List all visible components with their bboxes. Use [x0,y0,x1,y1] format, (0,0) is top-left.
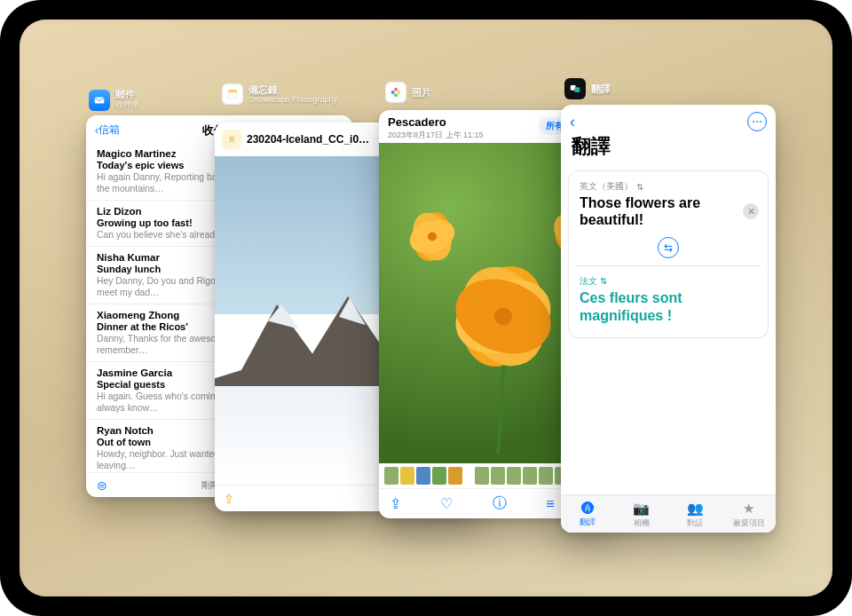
app-tab-subtitle: Snowscape Photography [248,95,337,104]
mail-back-label: 信箱 [99,122,120,138]
ipad-screen: 郵件 收件匣 ‹ 信箱 收件匣 Magico Martinez Today's … [20,20,832,596]
thumbnail[interactable] [384,467,398,485]
tab-label: 最愛項目 [733,518,765,529]
favorite-icon[interactable]: ♡ [440,495,453,512]
thumbnail[interactable] [539,467,553,485]
svg-point-18 [428,233,437,241]
info-icon[interactable]: ⓘ [493,494,507,513]
tab-label: 翻譯 [580,517,596,528]
share-icon[interactable]: ⇪ [224,492,234,506]
translate-icon: 🅐 [581,501,595,516]
svg-rect-0 [95,97,105,103]
adjust-icon[interactable]: ≡ [546,496,554,512]
app-switcher-tab-photos[interactable]: 照片 [385,82,431,103]
svg-point-8 [394,93,398,97]
share-icon[interactable]: ⇪ [390,495,401,512]
translate-app-icon [564,78,586,99]
thumbnail[interactable] [416,467,430,485]
ipad-frame: 郵件 收件匣 ‹ 信箱 收件匣 Magico Martinez Today's … [0,0,852,616]
thumbnail[interactable] [523,467,537,485]
thumbnail[interactable] [448,467,462,485]
star-icon: ★ [743,501,754,517]
tab-conversation[interactable]: 👥 對話 [668,501,722,529]
target-language-label: 法文 [580,276,597,286]
app-switcher-tab-mail[interactable]: 郵件 收件匣 [89,89,139,111]
clear-text-button[interactable]: ✕ [743,203,759,219]
app-tab-title: 翻譯 [591,83,611,94]
tab-label: 相機 [634,518,650,529]
camera-icon: 📷 [633,501,650,517]
tab-camera[interactable]: 📷 相機 [615,501,669,529]
thumbnail[interactable] [475,467,489,485]
thumbnail[interactable] [507,467,521,485]
translate-tab-bar: 🅐 翻譯 📷 相機 👥 對話 ★ 最愛項目 [561,494,776,533]
divider [576,265,761,266]
tab-favorites[interactable]: ★ 最愛項目 [722,501,777,529]
translate-panel: 英文（美國） ⇅ Those flowers are beautiful! ✕ … [568,170,769,338]
list-icon[interactable]: ≡ [222,130,241,149]
mail-app-icon [89,90,110,111]
translate-nav: ‹ ⋯ [561,105,776,133]
svg-point-14 [494,308,512,326]
chevron-updown-icon: ⇅ [636,182,643,192]
svg-rect-23 [574,87,580,92]
target-text: Ces fleurs sont magnifiques ! [580,289,757,325]
back-icon[interactable]: ‹ [570,113,575,131]
swap-languages-button[interactable]: ⇆ [658,237,679,258]
translate-title: 翻譯 [561,133,776,165]
more-menu-button[interactable]: ⋯ [747,112,767,131]
source-language-selector[interactable]: 英文（美國） ⇅ [580,180,757,193]
people-icon: 👥 [687,501,704,517]
app-switcher-tab-reminders[interactable]: 備忘錄 Snowscape Photography [222,83,337,105]
app-tab-title: 照片 [412,87,431,98]
svg-rect-2 [228,90,236,92]
source-language-label: 英文（美國） [580,180,633,193]
photos-app-icon [385,82,406,103]
svg-point-6 [394,88,398,91]
source-text[interactable]: Those flowers are beautiful! [580,194,757,228]
svg-point-7 [397,91,400,94]
svg-point-9 [391,91,395,94]
target-language-selector[interactable]: 法文 ⇅ [580,275,757,288]
tab-label: 對話 [687,518,703,529]
app-tab-title: 備忘錄 [248,84,337,95]
tab-translate[interactable]: 🅐 翻譯 [561,501,615,529]
translate-app-card[interactable]: ‹ ⋯ 翻譯 英文（美國） ⇅ Those flowers are beauti… [561,105,776,533]
app-tab-subtitle: 收件匣 [115,99,139,111]
thumbnail[interactable] [400,467,414,485]
notes-app-icon [222,83,243,105]
thumbnail[interactable] [432,467,446,485]
app-tab-title: 郵件 [115,89,139,99]
thumbnail[interactable] [491,467,505,485]
app-switcher-tab-translate[interactable]: 翻譯 [564,78,611,99]
mail-back-button[interactable]: ‹ 信箱 [95,122,120,138]
